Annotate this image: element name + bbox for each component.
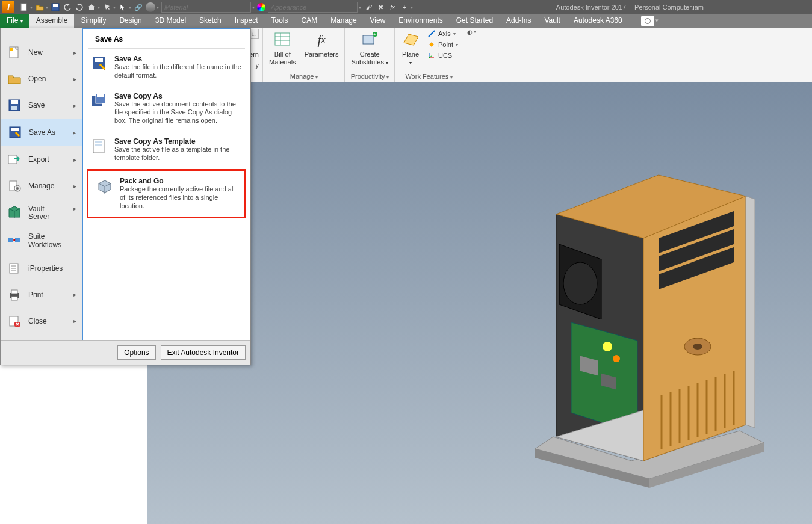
ucs-icon: [427, 51, 436, 60]
file-save-as[interactable]: Save As▸: [1, 119, 82, 146]
tab-tools[interactable]: Tools: [265, 14, 295, 28]
paint-icon[interactable]: 🖌: [364, 2, 373, 12]
file-open[interactable]: Open▸: [1, 66, 82, 92]
panel-productivity: + Create Substitutes ▾ Productivity: [345, 28, 394, 82]
undo-icon[interactable]: [63, 2, 72, 12]
bom-icon: [273, 30, 292, 49]
vault-icon: [7, 205, 22, 220]
dropdown-icon[interactable]: ▾: [98, 5, 100, 10]
point-button[interactable]: Point ▾: [426, 40, 459, 49]
clear-icon[interactable]: ✖: [376, 2, 385, 12]
suite-icon: [7, 233, 22, 247]
dropdown-icon[interactable]: ▾: [157, 5, 159, 10]
svg-rect-43: [95, 141, 102, 143]
svg-point-49: [563, 262, 597, 304]
save-icon[interactable]: [51, 2, 60, 12]
chevron-right-icon: ▸: [73, 291, 76, 298]
axis-icon: [427, 29, 436, 38]
svg-rect-44: [95, 144, 102, 146]
bill-of-materials-button[interactable]: Bill of Materials: [267, 29, 299, 67]
svg-rect-0: [21, 4, 26, 11]
dropdown-icon[interactable]: ▾: [655, 17, 659, 28]
globe-icon[interactable]: [146, 2, 155, 12]
file-vault-server[interactable]: VaultServer▸: [1, 199, 82, 227]
svg-line-10: [429, 31, 435, 37]
options-button[interactable]: Options: [117, 345, 155, 360]
file-print[interactable]: Print▸: [1, 282, 82, 308]
ribbon-collapse-icon[interactable]: ◐: [467, 29, 473, 35]
panel-title-manage: Manage: [290, 73, 318, 81]
appearance-icon[interactable]: [257, 3, 265, 11]
close-icon: [7, 314, 22, 328]
fx-icon: fx: [312, 30, 331, 49]
chevron-right-icon: ▸: [73, 102, 76, 109]
computer-model: [523, 154, 776, 491]
dropdown-icon[interactable]: ▾: [30, 5, 33, 10]
tab-a360[interactable]: Autodesk A360: [567, 14, 629, 28]
fx-icon[interactable]: fx: [388, 2, 397, 12]
submenu-save-copy-template[interactable]: Save Copy As TemplateSave the active fil…: [83, 131, 250, 168]
chevron-right-icon: ▸: [73, 156, 76, 163]
tab-addins[interactable]: Add-Ins: [500, 14, 538, 28]
tab-sketch[interactable]: Sketch: [193, 14, 228, 28]
tab-view[interactable]: View: [364, 14, 392, 28]
file-save[interactable]: Save▸: [1, 92, 82, 119]
appearance-field[interactable]: [268, 2, 358, 13]
exit-button[interactable]: Exit Autodesk Inventor: [161, 345, 246, 360]
file-menu-left: New▸ Open▸ Save▸ Save As▸ Export▸ Manage…: [1, 28, 82, 340]
substitutes-icon: +: [360, 30, 379, 49]
submenu-pack-and-go[interactable]: Pack and GoPackage the currently active …: [87, 169, 246, 218]
parameters-button[interactable]: fx Parameters: [302, 29, 341, 60]
svg-point-16: [10, 48, 13, 51]
file-iproperties[interactable]: iProperties: [1, 255, 82, 282]
create-substitutes-button[interactable]: + Create Substitutes ▾: [349, 29, 390, 67]
redo-icon[interactable]: [75, 2, 84, 12]
tab-cam[interactable]: CAM: [295, 14, 324, 28]
plane-button[interactable]: Plane▾: [398, 29, 423, 67]
tab-3dmodel[interactable]: 3D Model: [149, 14, 193, 28]
qat-customize-icon[interactable]: ▾: [411, 5, 413, 10]
dropdown-icon[interactable]: ▾: [113, 5, 116, 10]
tab-inspect[interactable]: Inspect: [228, 14, 265, 28]
new-file-icon[interactable]: [19, 2, 29, 12]
print-icon: [7, 288, 22, 302]
tab-simplify[interactable]: Simplify: [74, 14, 113, 28]
submenu-save-as[interactable]: Save AsSave the file in the different fi…: [83, 49, 250, 86]
dropdown-icon[interactable]: ▾: [252, 5, 255, 10]
svg-point-25: [16, 187, 19, 190]
open-icon[interactable]: [35, 2, 45, 12]
file-manage[interactable]: Manage▸: [1, 173, 82, 199]
file-suite-workflows[interactable]: SuiteWorkflows: [1, 227, 82, 254]
file-export[interactable]: Export▸: [1, 146, 82, 173]
ribbon-tabs: File ▾ Assemble Simplify Design 3D Model…: [0, 14, 812, 28]
cursor-icon[interactable]: [118, 2, 128, 12]
chevron-right-icon: ▸: [73, 183, 76, 190]
panel-manage: Bill of Materials fx Parameters Manage: [263, 28, 345, 82]
tab-file[interactable]: File ▾: [0, 14, 29, 28]
app-icon: I: [2, 1, 14, 13]
ucs-button[interactable]: UCS: [426, 51, 459, 60]
home-icon[interactable]: [87, 2, 96, 12]
svg-rect-2: [53, 4, 58, 7]
svg-rect-3: [275, 33, 290, 45]
dropdown-icon[interactable]: ▾: [359, 5, 361, 10]
tab-manage[interactable]: Manage: [324, 14, 363, 28]
axis-button[interactable]: Axis ▾: [426, 29, 459, 39]
file-new[interactable]: New▸: [1, 39, 82, 66]
tab-assemble[interactable]: Assemble: [29, 14, 75, 28]
search-toggle-icon[interactable]: [641, 16, 654, 26]
svg-point-11: [430, 43, 433, 46]
dropdown-icon[interactable]: ▾: [46, 5, 48, 10]
tab-vault[interactable]: Vault: [538, 14, 566, 28]
link-icon[interactable]: 🔗: [134, 2, 143, 12]
dropdown-icon[interactable]: ▾: [129, 5, 131, 10]
file-close[interactable]: Close▸: [1, 308, 82, 334]
tab-getstarted[interactable]: Get Started: [450, 14, 500, 28]
submenu-save-copy-as[interactable]: Save Copy AsSave the active document con…: [83, 86, 250, 131]
plus-icon[interactable]: +: [400, 2, 409, 12]
tab-environments[interactable]: Environments: [392, 14, 449, 28]
select-icon[interactable]: [102, 2, 112, 12]
material-field[interactable]: [161, 2, 251, 13]
tab-design[interactable]: Design: [113, 14, 148, 28]
app-name: Autodesk Inventor 2017: [556, 4, 626, 11]
